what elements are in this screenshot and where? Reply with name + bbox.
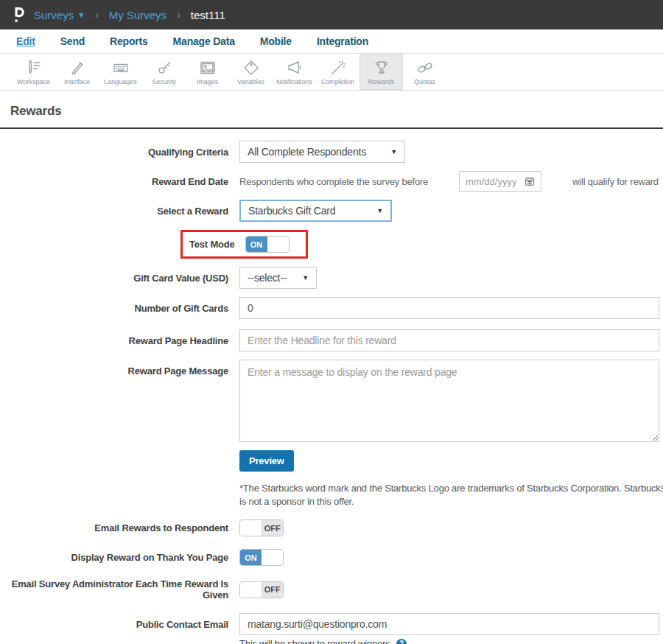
starbucks-trademark-text: *The Starbucks word mark and the Starbuc… [239, 482, 663, 508]
display-reward-label: Display Reward on Thank You Page [0, 552, 228, 563]
preview-button[interactable]: Preview [239, 450, 294, 472]
tab-mobile[interactable]: Mobile [260, 35, 292, 47]
toolbar-item-variables[interactable]: Variables [229, 54, 273, 90]
reward-headline-label: Reward Page Headline [0, 335, 228, 346]
breadcrumb-separator: › [174, 9, 183, 21]
public-email-row: Public Contact Email This will be shown … [0, 613, 663, 644]
rewards-form: Qualifying Criteria All Complete Respond… [0, 129, 663, 644]
main-nav: Edit Send Reports Manage Data Mobile Int… [0, 29, 663, 54]
preview-row: Preview [239, 450, 663, 472]
test-mode-annotation-box: Test Mode ON [180, 230, 308, 259]
public-email-helper: This will be shown to reward winners. ? [239, 638, 663, 644]
calendar-icon [525, 176, 535, 186]
toolbar-item-security[interactable]: Security [142, 54, 186, 90]
chevron-down-icon: ▼ [376, 207, 383, 214]
toggle-knob [267, 237, 289, 252]
tab-edit[interactable]: Edit [16, 35, 35, 47]
reward-message-row: Reward Page Message [0, 360, 663, 442]
chain-links-icon [416, 59, 434, 77]
breadcrumb-separator: › [92, 9, 102, 21]
workspace-pencil-icon [25, 59, 43, 77]
questionpro-logo-icon[interactable] [10, 6, 27, 24]
toolbar-item-quotas[interactable]: Quotas [403, 54, 446, 90]
page-title: Rewards [0, 91, 663, 127]
select-reward-label: Select a Reward [0, 206, 228, 217]
gift-card-value-label: Gift Card Value (USD) [0, 273, 228, 284]
reward-headline-input[interactable] [239, 329, 659, 351]
chevron-down-icon: ▼ [390, 148, 397, 155]
reward-end-date-label: Reward End Date [0, 176, 228, 187]
tab-send[interactable]: Send [60, 35, 85, 47]
settings-toolbar: Workspace Interface Languages Security I… [0, 54, 663, 91]
breadcrumb-my-surveys[interactable]: My Surveys [109, 9, 166, 21]
toolbar-item-workspace[interactable]: Workspace [12, 54, 55, 90]
help-icon[interactable]: ? [396, 639, 407, 644]
picture-icon [199, 59, 217, 77]
public-email-input[interactable] [239, 613, 659, 635]
toolbar-item-images[interactable]: Images [186, 54, 229, 90]
reward-end-date-pretext: Respondents who complete the survey befo… [239, 176, 428, 187]
magic-wand-icon [329, 59, 347, 77]
test-mode-toggle[interactable]: ON [245, 236, 290, 253]
number-gift-cards-row: Number of Gift Cards [0, 297, 663, 319]
number-gift-cards-label: Number of Gift Cards [0, 303, 228, 314]
tab-reports[interactable]: Reports [110, 35, 148, 47]
qualifying-criteria-row: Qualifying Criteria All Complete Respond… [0, 141, 663, 163]
chevron-down-icon: ▼ [77, 11, 85, 19]
gift-card-value-select[interactable]: --select-- ▼ [239, 267, 317, 289]
email-admin-toggle[interactable]: OFF [239, 581, 284, 598]
reward-message-textarea[interactable] [239, 360, 659, 442]
toggle-knob [262, 550, 283, 565]
toolbar-item-rewards[interactable]: Rewards [359, 54, 403, 90]
tab-manage-data[interactable]: Manage Data [173, 35, 235, 47]
key-icon [155, 59, 173, 77]
tab-integration[interactable]: Integration [317, 35, 368, 47]
keyboard-icon [112, 59, 130, 77]
toolbar-item-notifications[interactable]: Notifications [273, 54, 316, 90]
breadcrumb-current-survey: test111 [191, 9, 225, 21]
qualifying-criteria-select[interactable]: All Complete Respondents ▼ [239, 141, 405, 163]
toggle-knob [240, 520, 262, 536]
public-email-label: Public Contact Email [0, 613, 228, 630]
megaphone-icon [286, 59, 304, 77]
number-gift-cards-input[interactable] [239, 297, 659, 319]
email-admin-label: Email Survey Administrator Each Time Rew… [0, 578, 228, 601]
reward-end-date-input[interactable]: mm/dd/yyyy [459, 171, 541, 192]
display-reward-toggle[interactable]: ON [239, 549, 284, 566]
select-reward-select[interactable]: Starbucks Gift Card ▼ [239, 200, 392, 222]
tag-icon [242, 59, 260, 77]
chevron-down-icon: ▼ [302, 274, 309, 281]
trophy-icon [373, 59, 390, 77]
gift-card-value-row: Gift Card Value (USD) --select-- ▼ [0, 267, 663, 289]
email-admin-row: Email Survey Administrator Each Time Rew… [0, 578, 663, 601]
reward-end-date-posttext: will qualify for reward [572, 176, 659, 187]
email-rewards-row: Email Rewards to Respondent OFF [0, 519, 663, 536]
toolbar-item-completion[interactable]: Completion [316, 54, 359, 90]
qualifying-criteria-label: Qualifying Criteria [0, 147, 228, 158]
display-reward-row: Display Reward on Thank You Page ON [0, 549, 663, 566]
top-header: Surveys ▼ › My Surveys › test111 [0, 0, 663, 29]
reward-end-date-row: Reward End Date Respondents who complete… [0, 171, 663, 192]
toggle-knob [240, 582, 262, 598]
toolbar-item-languages[interactable]: Languages [99, 54, 142, 90]
breadcrumb-surveys[interactable]: Surveys ▼ [34, 9, 85, 21]
email-rewards-label: Email Rewards to Respondent [0, 522, 228, 533]
email-rewards-toggle[interactable]: OFF [239, 519, 284, 536]
test-mode-label: Test Mode [189, 239, 235, 250]
select-reward-row: Select a Reward Starbucks Gift Card ▼ [0, 200, 663, 222]
interface-pen-icon [69, 59, 86, 77]
toolbar-item-interface[interactable]: Interface [55, 54, 99, 90]
reward-headline-row: Reward Page Headline [0, 329, 663, 351]
reward-message-label: Reward Page Message [0, 360, 228, 377]
